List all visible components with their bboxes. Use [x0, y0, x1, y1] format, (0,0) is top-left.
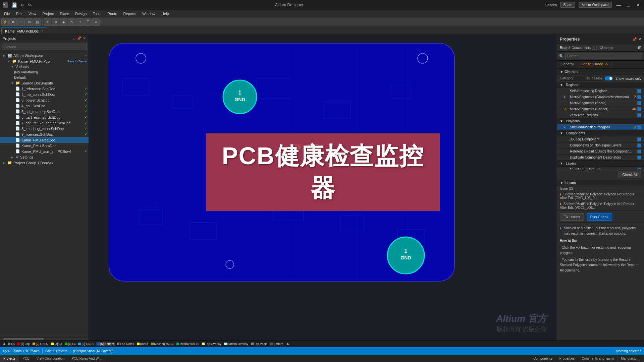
bottom-tab-pcb-rules[interactable]: PCB Rules And Wi...: [68, 355, 106, 362]
tree-item-variants[interactable]: ▼ Variants: [0, 64, 89, 69]
tree-item-source-docs[interactable]: ▼ 📁 Source Documents: [0, 80, 89, 86]
layer-bottom[interactable]: [6] Bottom: [96, 342, 115, 346]
layer-top-overlay[interactable]: Top Overlay: [201, 342, 223, 346]
layer-board[interactable]: Board: [136, 342, 150, 346]
menu-project[interactable]: Project: [40, 11, 56, 16]
toolbar-pcb3[interactable]: ◈: [60, 18, 67, 26]
check-ref-point[interactable]: Reference Point Outside the Componen...: [557, 148, 644, 155]
menu-view[interactable]: View: [26, 11, 39, 16]
check-components-header[interactable]: ▼ Components: [557, 130, 644, 136]
menu-tools[interactable]: Tools: [90, 11, 104, 16]
check-micro-copper[interactable]: ⚠ Micro-Segments (Copper) 40: [557, 106, 644, 112]
show-issues-toggle[interactable]: [605, 76, 613, 80]
panel-pin-icon[interactable]: 📌: [632, 37, 637, 42]
panel-close-icon[interactable]: ✕: [83, 36, 86, 41]
fix-issues-button[interactable]: Fix Issues: [560, 213, 584, 221]
layer-ls[interactable]: LS: [6, 342, 16, 346]
share-button[interactable]: Share: [560, 2, 575, 8]
layer-nav-right[interactable]: ▶: [286, 342, 291, 346]
check-polygons-header[interactable]: ▼ Polygons: [557, 118, 644, 124]
tree-item-7can[interactable]: 📄 7_can_rc_i2c_analog.SchDoc ✓: [0, 120, 89, 126]
check-micro-graphics[interactable]: ℹ Micro-Segments (Graphics/Mechanical) 2: [557, 94, 644, 100]
tab-general[interactable]: General: [557, 61, 577, 68]
bottom-tab-components[interactable]: Components: [530, 355, 556, 362]
layer-l3[interactable]: [3] L3: [50, 342, 63, 346]
menu-file[interactable]: File: [1, 11, 13, 16]
layer-l4[interactable]: [4] L4: [63, 342, 77, 346]
save-to-server-btn[interactable]: Save to Server: [67, 60, 87, 63]
tree-item-9lic[interactable]: 📄 9_licenses.SchDoc ✓: [0, 131, 89, 137]
tree-item-workspace[interactable]: ▶ 🏢 Altium Workspace ···: [0, 53, 89, 58]
check-micro-board[interactable]: Micro-Segments (Board): [557, 100, 644, 106]
bottom-tab-projects[interactable]: Projects: [0, 355, 19, 362]
toolbar-add[interactable]: +: [17, 18, 25, 26]
workspace-label[interactable]: Altium Workspace: [579, 2, 611, 8]
tree-workspace-more[interactable]: ···: [85, 54, 87, 57]
checks-section-header[interactable]: ▼ Checks: [557, 69, 644, 75]
menu-place[interactable]: Place: [57, 11, 72, 16]
tree-item-pcbdwf[interactable]: 📄 Kame_FMU_asm_rm.PCBdwf ✓: [0, 148, 89, 154]
toolbar-select[interactable]: ↖: [68, 18, 75, 26]
360deg-checkbox[interactable]: [637, 137, 641, 141]
micro-board-checkbox[interactable]: [637, 101, 641, 105]
toolbar-text[interactable]: T: [84, 18, 92, 26]
menu-help[interactable]: Help: [159, 11, 172, 16]
check-self-intersect[interactable]: Self-Intersecting Regions: [557, 88, 644, 94]
tree-item-settings[interactable]: ▶ ⚙ Settings: [0, 154, 89, 160]
search-label[interactable]: Search: [545, 3, 557, 7]
layer-mech13[interactable]: Mechanical 13: [150, 342, 175, 346]
bottom-tab-properties[interactable]: Properties: [556, 355, 579, 362]
bottom-tab-pcb[interactable]: PCB: [19, 355, 33, 362]
menu-edit[interactable]: Edit: [13, 11, 25, 16]
tree-item-project-group[interactable]: ▶ 📁 Project Group 1.DsnWrk: [0, 160, 89, 166]
panel-close-right-icon[interactable]: ✕: [638, 37, 641, 42]
check-shelved-polygons[interactable]: ℹ Shelved/Modified Polygons 2: [557, 124, 644, 130]
menu-design[interactable]: Design: [72, 11, 89, 16]
tab-close-icon[interactable]: ×: [41, 29, 43, 33]
toolbar-chart[interactable]: ▤: [34, 18, 41, 26]
tree-item-2mb[interactable]: 📄 2_mb_conn.SchDoc ✓: [0, 92, 89, 97]
toolbar-route[interactable]: ⇌: [9, 18, 17, 26]
layer-bottom-overlay[interactable]: Bottom Overlay: [223, 342, 250, 346]
tree-item-default[interactable]: Default: [0, 75, 89, 80]
micro-graphics-checkbox[interactable]: [637, 95, 641, 99]
tree-item-pcbdoc[interactable]: 📄 Kame_FMU.PcbDoc: [0, 137, 89, 143]
zero-area-checkbox[interactable]: [637, 113, 641, 117]
check-layers-header[interactable]: ▼ Layers: [557, 161, 644, 167]
run-check-button[interactable]: Run Check: [587, 213, 612, 221]
menu-reports[interactable]: Reports: [120, 11, 139, 16]
maximize-button[interactable]: □: [626, 2, 631, 8]
filter-icon[interactable]: ⊞: [638, 45, 641, 50]
tree-item-3power[interactable]: 📄 3_power.SchDoc ✓: [0, 97, 89, 103]
self-intersect-checkbox[interactable]: [637, 89, 641, 93]
layer-bottom-paste[interactable]: Bottom: [269, 342, 285, 346]
tree-item-4cpu[interactable]: 📄 4_cpu.SchDoc ✓: [0, 103, 89, 109]
menu-window[interactable]: Window: [140, 11, 158, 16]
check-non-signal[interactable]: Components on Non-signal Layers: [557, 142, 644, 148]
toolbar-pcb2[interactable]: ⊕: [52, 18, 59, 26]
toolbar-filter[interactable]: ⚡: [1, 18, 9, 26]
bottom-tab-manufacture[interactable]: Manufactur...: [618, 355, 644, 362]
non-signal-checkbox[interactable]: [637, 143, 641, 147]
shelved-checkbox[interactable]: [637, 125, 641, 129]
layer-nav-left[interactable]: ◀: [1, 342, 6, 346]
issue-item-2[interactable]: ℹ Shelved/Modified Polygon: Polygon Not …: [557, 201, 644, 211]
quick-access-save[interactable]: 💾: [10, 2, 18, 8]
tree-item-no-variations[interactable]: [No Variations]: [0, 69, 89, 75]
quick-access-redo[interactable]: ↪: [26, 2, 33, 8]
layer-top-paste[interactable]: Top Paste: [250, 342, 269, 346]
dup-des-checkbox[interactable]: [637, 156, 641, 160]
check-all-button[interactable]: Check All: [619, 171, 641, 178]
check-360deg[interactable]: 360deg Component: [557, 136, 644, 142]
tab-health-check[interactable]: Health Check ⚠: [577, 61, 612, 68]
bottom-tab-comments[interactable]: Comments and Tasks: [578, 355, 618, 362]
tree-item-1reference[interactable]: 📄 1_reference.SchDoc ✓: [0, 86, 89, 92]
left-search-input[interactable]: [2, 44, 87, 50]
toolbar-split[interactable]: ▭: [25, 18, 33, 26]
panel-icon-lock[interactable]: 📌: [77, 36, 82, 41]
layer-fab-notes[interactable]: Fab Notes: [115, 342, 136, 346]
tree-item-project[interactable]: ▼ 📁 Kame_FMU.PrjPcb Save to Server: [0, 58, 89, 64]
issue-item-1[interactable]: ℹ Shelved/Modified Polygon: Polygon Not …: [557, 191, 644, 201]
props-search-input[interactable]: [565, 53, 642, 59]
tree-item-bomdoc[interactable]: 📄 Kame_FMU.BomDoc: [0, 143, 89, 148]
